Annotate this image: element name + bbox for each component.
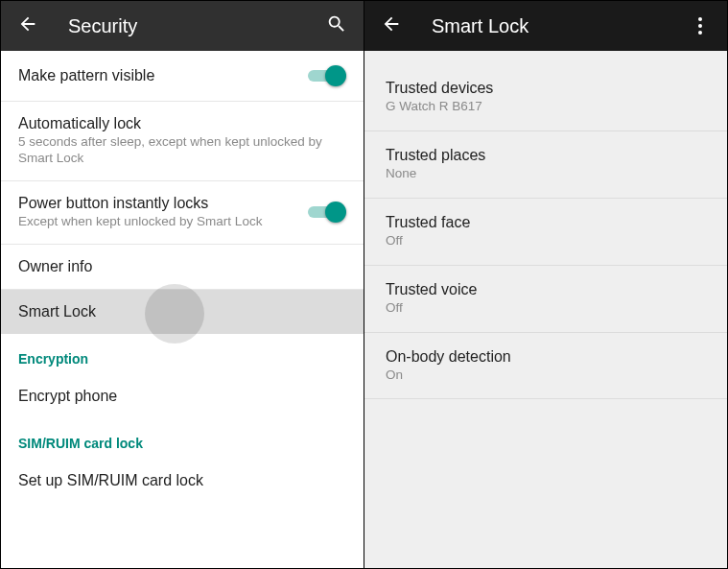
setting-smart-lock[interactable]: Smart Lock [1,290,364,334]
item-label: Trusted devices [386,80,706,97]
smart-lock-screen: Smart Lock Trusted devices G Watch R B61… [364,1,727,568]
item-sublabel: G Watch R B617 [386,99,706,115]
smart-lock-list: Trusted devices G Watch R B617 Trusted p… [364,51,727,568]
security-screen: Security Make pattern visible Automatica… [1,1,364,568]
item-label: Encrypt phone [18,388,346,405]
search-button[interactable] [317,7,356,45]
item-label: Trusted face [386,214,706,231]
item-label: On-body detection [386,348,706,366]
setting-trusted-places[interactable]: Trusted places None [364,131,727,199]
appbar-security: Security [1,1,364,51]
touch-ripple [145,284,204,344]
setting-automatically-lock[interactable]: Automatically lock 5 seconds after sleep… [1,102,364,181]
item-label: Automatically lock [18,115,346,132]
setting-power-button-locks[interactable]: Power button instantly locks Except when… [1,181,364,245]
item-label: Trusted places [386,147,706,164]
item-sublabel: Off [386,300,706,317]
page-title: Smart Lock [432,15,681,37]
search-icon [326,13,347,38]
item-sublabel: 5 seconds after sleep, except when kept … [18,134,346,167]
overflow-menu-button[interactable] [681,7,719,45]
item-sublabel: Except when kept unlocked by Smart Lock [18,214,298,230]
setting-sim-lock[interactable]: Set up SIM/RUIM card lock [1,459,364,503]
item-label: Make pattern visible [18,67,298,84]
setting-encrypt-phone[interactable]: Encrypt phone [1,374,364,418]
setting-owner-info[interactable]: Owner info [1,245,364,290]
page-title: Security [68,15,317,37]
item-label: Owner info [18,258,346,275]
security-list: Make pattern visible Automatically lock … [1,51,364,568]
section-header-sim-lock: SIM/RUIM card lock [1,418,364,459]
item-label: Trusted voice [386,281,706,298]
item-sublabel: On [386,367,706,384]
more-vert-icon [698,17,702,35]
setting-trusted-voice[interactable]: Trusted voice Off [364,266,727,333]
back-button[interactable] [372,7,411,45]
item-sublabel: None [386,166,706,182]
toggle-power-button-locks[interactable] [308,201,346,224]
item-label: Power button instantly locks [18,195,298,212]
toggle-make-pattern-visible[interactable] [308,64,346,87]
setting-trusted-face[interactable]: Trusted face Off [364,199,727,266]
arrow-left-icon [17,13,38,38]
item-label: Set up SIM/RUIM card lock [18,472,346,489]
item-sublabel: Off [386,233,706,249]
setting-make-pattern-visible[interactable]: Make pattern visible [1,51,364,102]
setting-on-body-detection[interactable]: On-body detection On [364,333,727,400]
back-button[interactable] [9,7,47,45]
appbar-smart-lock: Smart Lock [364,1,727,51]
setting-trusted-devices[interactable]: Trusted devices G Watch R B617 [364,64,727,131]
arrow-left-icon [381,13,402,38]
